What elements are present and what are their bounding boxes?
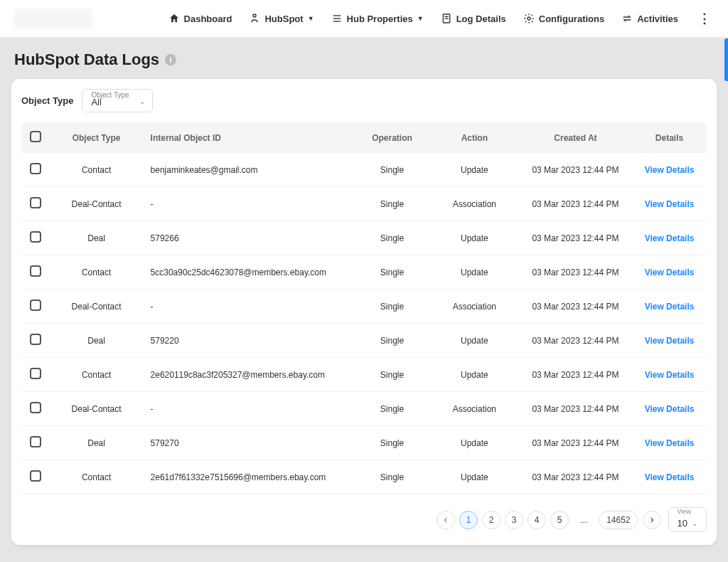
top-nav: Dashboard HubSpot ▼ Hub Properties ▼ Log… <box>168 11 714 26</box>
nav-label: HubSpot <box>264 14 303 24</box>
view-details-link[interactable]: View Details <box>645 165 695 175</box>
logo <box>14 9 92 28</box>
cell-created-at: 03 Mar 2023 12:44 PM <box>519 221 632 255</box>
table-row: Deal-Contact-SingleAssociation03 Mar 202… <box>21 290 707 324</box>
row-checkbox[interactable] <box>30 231 41 243</box>
cell-object-type: Deal <box>50 324 144 358</box>
document-icon <box>441 13 452 24</box>
footer: Need help? Help And Support Documentatio… <box>0 556 728 562</box>
view-details-link[interactable]: View Details <box>645 438 695 448</box>
logs-table: Object Type Internal Object ID Operation… <box>21 122 707 494</box>
transfer-icon <box>621 13 633 24</box>
row-checkbox[interactable] <box>30 163 41 174</box>
row-checkbox[interactable] <box>30 368 41 379</box>
page-title: HubSpot Data Logs <box>14 51 159 69</box>
view-details-link[interactable]: View Details <box>645 472 695 482</box>
cell-operation: Single <box>354 324 430 358</box>
nav-activities[interactable]: Activities <box>621 13 678 24</box>
nav-configurations[interactable]: Configurations <box>523 13 604 24</box>
view-details-link[interactable]: View Details <box>645 404 695 414</box>
col-operation: Operation <box>354 122 430 153</box>
col-created-at: Created At <box>519 122 632 153</box>
top-bar: Dashboard HubSpot ▼ Hub Properties ▼ Log… <box>0 0 728 38</box>
page-number-button[interactable]: 5 <box>550 511 569 529</box>
page-number-button[interactable]: 2 <box>482 511 500 529</box>
row-checkbox[interactable] <box>30 299 41 311</box>
cell-operation: Single <box>354 460 430 494</box>
page-ellipsis: ... <box>573 511 594 529</box>
view-details-link[interactable]: View Details <box>645 199 695 209</box>
nav-dashboard[interactable]: Dashboard <box>168 13 232 24</box>
view-details-link[interactable]: View Details <box>645 233 695 243</box>
view-details-link[interactable]: View Details <box>645 336 695 346</box>
svg-point-0 <box>253 14 256 17</box>
select-all-checkbox[interactable] <box>30 131 41 142</box>
cell-operation: Single <box>354 221 430 255</box>
row-checkbox[interactable] <box>30 265 41 277</box>
cell-action: Update <box>430 460 519 494</box>
pager: 12345...14652 <box>437 511 660 529</box>
cell-action: Update <box>430 153 519 187</box>
cell-created-at: 03 Mar 2023 12:44 PM <box>519 153 632 187</box>
cell-action: Update <box>430 426 519 460</box>
cell-object-type: Deal <box>50 221 144 255</box>
table-row: Contact2e620119c8ac3f205327@members.ebay… <box>21 358 707 392</box>
cell-created-at: 03 Mar 2023 12:44 PM <box>519 358 632 392</box>
page-next-button[interactable] <box>643 511 661 529</box>
nav-hub-properties[interactable]: Hub Properties ▼ <box>331 13 424 24</box>
cell-internal-id: benjaminkeates@gmail.com <box>144 153 355 187</box>
col-object-type: Object Type <box>50 122 144 153</box>
col-internal-id: Internal Object ID <box>144 122 355 153</box>
page-number-button[interactable]: 4 <box>528 511 546 529</box>
nav-hubspot[interactable]: HubSpot ▼ <box>249 13 314 24</box>
cell-operation: Single <box>354 392 430 426</box>
table-row: Deal579270SingleUpdate03 Mar 2023 12:44 … <box>21 426 707 460</box>
cell-action: Association <box>430 290 519 324</box>
nav-log-details[interactable]: Log Details <box>441 13 506 24</box>
view-details-link[interactable]: View Details <box>645 267 695 277</box>
cell-object-type: Contact <box>50 460 144 494</box>
cell-internal-id: 5cc30a90c25dc4623078@members.ebay.com <box>144 255 355 290</box>
cell-object-type: Contact <box>50 358 144 392</box>
row-checkbox[interactable] <box>30 197 41 208</box>
page-size-select[interactable]: View 10 ⌄ <box>668 507 707 532</box>
cell-internal-id: 579266 <box>144 221 355 255</box>
table-row: Deal579266SingleUpdate03 Mar 2023 12:44 … <box>21 221 707 255</box>
list-icon <box>331 13 343 24</box>
cell-created-at: 03 Mar 2023 12:44 PM <box>519 324 632 358</box>
cell-internal-id: - <box>144 290 355 324</box>
row-checkbox[interactable] <box>30 436 41 447</box>
cell-created-at: 03 Mar 2023 12:44 PM <box>519 392 632 426</box>
chevron-down-icon: ⌄ <box>692 519 697 527</box>
row-checkbox[interactable] <box>30 334 41 345</box>
right-accent-bar <box>724 38 728 81</box>
page-title-row: HubSpot Data Logs i <box>0 38 728 79</box>
table-row: Contact2e61d7f61332e7515696@members.ebay… <box>21 460 707 494</box>
page-number-button[interactable]: 1 <box>459 511 478 529</box>
filter-label: Object Type <box>21 95 73 106</box>
chevron-down-icon: ▼ <box>308 15 314 22</box>
row-checkbox[interactable] <box>30 402 41 413</box>
nav-label: Log Details <box>456 14 506 24</box>
page-prev-button[interactable] <box>437 511 455 529</box>
cell-created-at: 03 Mar 2023 12:44 PM <box>519 187 632 221</box>
page-number-button[interactable]: 3 <box>505 511 523 529</box>
cell-operation: Single <box>354 187 430 221</box>
cell-object-type: Contact <box>50 255 144 290</box>
info-icon[interactable]: i <box>165 54 176 65</box>
page-number-button[interactable]: 14652 <box>599 511 638 529</box>
pagination-row: 12345...14652 View 10 ⌄ <box>21 507 707 532</box>
view-details-link[interactable]: View Details <box>645 302 695 312</box>
nav-label: Dashboard <box>184 14 232 24</box>
data-card: Object Type Object Type All ⌄ Object Typ… <box>11 79 717 545</box>
row-checkbox[interactable] <box>30 470 41 482</box>
cell-action: Update <box>430 255 519 290</box>
table-row: Deal-Contact-SingleAssociation03 Mar 202… <box>21 392 707 426</box>
more-menu-icon[interactable]: ⋮ <box>695 11 714 26</box>
view-details-link[interactable]: View Details <box>645 370 695 380</box>
cell-object-type: Deal-Contact <box>50 290 144 324</box>
col-details: Details <box>632 122 707 153</box>
gear-icon <box>523 13 535 24</box>
object-type-select[interactable]: Object Type All ⌄ <box>82 89 153 112</box>
cell-operation: Single <box>354 255 430 290</box>
